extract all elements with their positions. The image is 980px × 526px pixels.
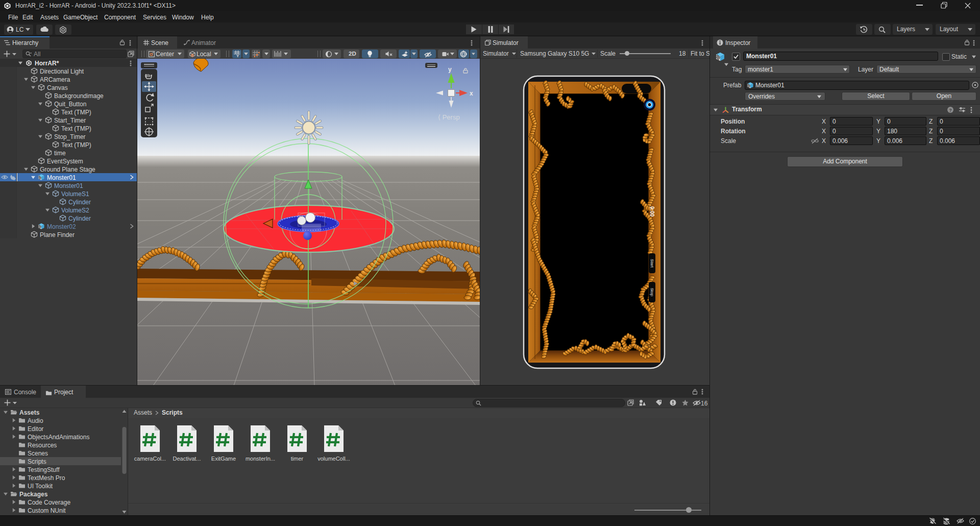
svg-text:Y: Y bbox=[236, 54, 239, 58]
svg-text:⟨ Persp: ⟨ Persp bbox=[438, 113, 460, 121]
svg-text:y: y bbox=[448, 66, 452, 73]
svg-text:Stop: Stop bbox=[650, 288, 654, 297]
svg-text:x: x bbox=[470, 90, 473, 97]
svg-text:0:00: 0:00 bbox=[649, 206, 655, 217]
svg-text:Start: Start bbox=[650, 259, 654, 268]
svg-text:?: ? bbox=[949, 108, 952, 113]
